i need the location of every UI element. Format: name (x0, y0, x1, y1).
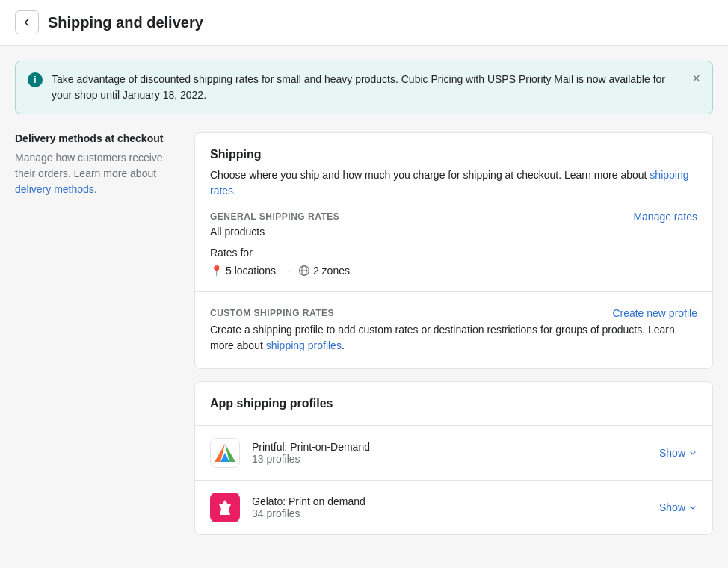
rates-label: Rates for (210, 247, 697, 259)
general-shipping-rates: GENERAL SHIPPING RATES Manage rates All … (210, 211, 697, 277)
page-header: Shipping and delivery (0, 0, 728, 46)
app-profiles-header: App shipping profiles (195, 382, 712, 426)
manage-rates-button[interactable]: Manage rates (633, 211, 697, 223)
custom-shipping-rates: CUSTOM SHIPPING RATES Create new profile… (195, 292, 712, 368)
back-button[interactable] (15, 10, 39, 34)
gelato-profiles-count: 34 profiles (252, 507, 647, 519)
zones-info: 2 zones (298, 265, 350, 277)
locations-info: 📍 5 locations (210, 265, 276, 277)
general-rates-header: GENERAL SHIPPING RATES Manage rates (210, 211, 697, 223)
app-profile-item-gelato: Gelato: Print on demand 34 profiles Show (195, 481, 712, 534)
general-rates-label: GENERAL SHIPPING RATES (210, 212, 339, 222)
page-content: i Take advantage of discounted shipping … (0, 46, 728, 550)
printful-show-button[interactable]: Show (659, 447, 697, 459)
custom-rates-label: CUSTOM SHIPPING RATES (210, 308, 334, 318)
shipping-section-description: Choose where you ship and how much you c… (210, 167, 697, 199)
app-profile-item-printful: Printful: Print-on-Demand 13 profiles Sh… (195, 426, 712, 481)
main-layout: Delivery methods at checkout Manage how … (15, 132, 713, 535)
locations-count: 5 locations (226, 265, 276, 277)
sidebar-description: Manage how customers receive their order… (15, 150, 179, 197)
location-pin-icon: 📍 (210, 265, 223, 277)
content-area: Shipping Choose where you ship and how m… (194, 132, 713, 535)
app-profiles-card: App shipping profiles Printful: Print-on… (194, 381, 713, 535)
custom-rates-description: Create a shipping profile to add custom … (210, 322, 697, 354)
printful-profiles-count: 13 profiles (252, 453, 647, 465)
printful-logo (210, 438, 240, 468)
printful-name: Printful: Print-on-Demand (252, 441, 647, 453)
banner-text: Take advantage of discounted shipping ra… (52, 72, 683, 103)
general-rates-subtitle: All products (210, 226, 697, 238)
cubic-pricing-link[interactable]: Cubic Pricing with USPS Priority Mail (401, 73, 573, 85)
shipping-section-title: Shipping (210, 148, 697, 161)
sidebar-title: Delivery methods at checkout (15, 132, 179, 144)
zones-count: 2 zones (313, 265, 350, 277)
banner-close-button[interactable]: × (692, 72, 700, 85)
create-new-profile-button[interactable]: Create new profile (612, 307, 697, 319)
delivery-methods-link[interactable]: delivery methods (15, 183, 94, 195)
shipping-section: Shipping Choose where you ship and how m… (195, 133, 712, 292)
app-profiles-title: App shipping profiles (210, 397, 697, 410)
info-banner: i Take advantage of discounted shipping … (15, 61, 713, 114)
info-icon: i (28, 72, 43, 87)
gelato-logo (210, 493, 240, 522)
arrow-icon: → (282, 265, 292, 277)
rates-row: 📍 5 locations → 2 zones (210, 265, 697, 277)
gelato-show-button[interactable]: Show (659, 501, 697, 513)
page-title: Shipping and delivery (48, 14, 203, 31)
sidebar: Delivery methods at checkout Manage how … (15, 132, 179, 197)
shipping-profiles-link[interactable]: shipping profiles (266, 339, 342, 351)
gelato-info: Gelato: Print on demand 34 profiles (252, 496, 647, 519)
shipping-card: Shipping Choose where you ship and how m… (194, 132, 713, 369)
custom-rates-header: CUSTOM SHIPPING RATES Create new profile (210, 307, 697, 319)
gelato-name: Gelato: Print on demand (252, 496, 647, 507)
printful-info: Printful: Print-on-Demand 13 profiles (252, 441, 647, 465)
